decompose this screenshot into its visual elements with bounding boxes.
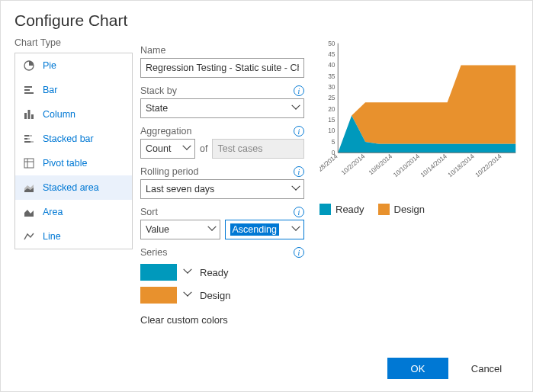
svg-rect-11 xyxy=(24,141,31,143)
svg-text:10/22/2014: 10/22/2014 xyxy=(474,153,503,179)
legend-swatch xyxy=(378,204,390,215)
legend-item-design: Design xyxy=(378,204,425,215)
svg-rect-10 xyxy=(27,138,30,140)
info-icon[interactable]: i xyxy=(294,166,304,177)
aggregation-value: Count xyxy=(146,143,171,154)
legend-swatch xyxy=(319,204,331,215)
svg-text:10/18/2014: 10/18/2014 xyxy=(446,153,476,179)
pie-icon xyxy=(23,59,35,72)
series-name: Design xyxy=(200,290,230,301)
line-icon xyxy=(23,230,35,243)
stackby-label: Stack by xyxy=(140,85,177,96)
svg-rect-8 xyxy=(29,135,32,137)
chart-type-stacked-bar[interactable]: Stacked bar xyxy=(15,127,132,151)
svg-text:20: 20 xyxy=(328,105,336,113)
info-icon[interactable]: i xyxy=(294,126,304,137)
svg-text:25: 25 xyxy=(328,94,336,101)
chart-type-label-text: Stacked bar xyxy=(43,133,94,144)
svg-text:15: 15 xyxy=(328,116,336,124)
svg-rect-4 xyxy=(24,113,27,119)
rolling-select[interactable]: Last seven days xyxy=(140,179,304,199)
svg-text:50: 50 xyxy=(328,40,336,47)
sort-label: Sort xyxy=(140,207,158,217)
chart-type-column[interactable]: Column xyxy=(15,102,132,127)
svg-rect-2 xyxy=(24,89,30,91)
svg-text:30: 30 xyxy=(328,83,336,91)
ok-button[interactable]: OK xyxy=(387,358,448,379)
series-label: Series xyxy=(140,247,167,258)
chart-type-label-text: Pie xyxy=(43,60,56,71)
chart-type-line[interactable]: Line xyxy=(15,224,132,249)
name-input[interactable] xyxy=(140,58,304,78)
chart-type-label-text: Bar xyxy=(43,85,57,95)
column-icon xyxy=(23,108,35,120)
series-swatch xyxy=(140,287,177,304)
stacked-area-icon xyxy=(23,182,35,194)
sort-direction-select[interactable]: Ascending xyxy=(225,220,305,239)
svg-text:45: 45 xyxy=(328,50,336,58)
legend-label: Design xyxy=(394,204,425,215)
svg-rect-6 xyxy=(31,114,34,119)
rolling-label: Rolling period xyxy=(140,166,198,177)
chart-type-label-text: Pivot table xyxy=(43,158,87,169)
svg-text:5: 5 xyxy=(332,138,336,146)
svg-text:9/28/2014: 9/28/2014 xyxy=(319,153,339,177)
legend-item-ready: Ready xyxy=(319,204,364,215)
dialog-title: Configure Chart xyxy=(1,1,532,37)
chevron-down-icon[interactable] xyxy=(185,291,192,299)
svg-rect-5 xyxy=(28,110,31,119)
chart-type-stacked-area[interactable]: Stacked area xyxy=(15,175,132,200)
chevron-down-icon xyxy=(293,104,300,112)
series-item-ready: Ready xyxy=(140,264,304,281)
cancel-button[interactable]: Cancel xyxy=(456,358,517,379)
stackby-value: State xyxy=(146,103,168,114)
svg-rect-3 xyxy=(24,92,34,94)
chart-type-bar[interactable]: Bar xyxy=(15,78,132,102)
chart-type-area[interactable]: Area xyxy=(15,200,132,224)
svg-rect-13 xyxy=(24,159,34,168)
info-icon[interactable]: i xyxy=(294,247,304,258)
rolling-value: Last seven days xyxy=(146,184,214,194)
chart-type-label-text: Stacked area xyxy=(43,182,99,193)
svg-rect-9 xyxy=(24,138,27,140)
aggregation-of-field: Test cases xyxy=(212,139,304,159)
chevron-down-icon xyxy=(184,145,191,153)
chart-type-label: Chart Type xyxy=(14,37,133,48)
of-label: of xyxy=(200,143,207,154)
sort-field-value: Value xyxy=(146,224,169,235)
series-swatch xyxy=(140,264,177,281)
sort-direction-value: Ascending xyxy=(230,223,279,236)
bar-icon xyxy=(23,84,35,96)
chevron-down-icon[interactable] xyxy=(185,268,192,276)
chevron-down-icon xyxy=(293,226,300,233)
svg-text:10/6/2014: 10/6/2014 xyxy=(367,153,393,177)
sort-field-select[interactable]: Value xyxy=(140,220,220,239)
aggregation-select[interactable]: Count xyxy=(140,139,195,159)
aggregation-label: Aggregation xyxy=(140,126,191,137)
svg-text:10: 10 xyxy=(328,127,336,134)
chart-preview: 051015202530354045509/28/201410/2/201410… xyxy=(319,37,519,190)
svg-text:35: 35 xyxy=(328,72,336,80)
info-icon[interactable]: i xyxy=(294,85,304,96)
info-icon[interactable]: i xyxy=(294,207,304,217)
pivot-icon xyxy=(23,157,35,169)
svg-text:10/10/2014: 10/10/2014 xyxy=(392,153,422,179)
svg-rect-7 xyxy=(24,135,29,137)
series-name: Ready xyxy=(200,267,229,278)
chart-type-pivot-table[interactable]: Pivot table xyxy=(15,151,132,175)
chart-type-label-text: Area xyxy=(43,207,63,217)
chevron-down-icon xyxy=(293,185,300,193)
chart-type-pie[interactable]: Pie xyxy=(15,53,132,78)
svg-text:40: 40 xyxy=(328,61,336,69)
clear-custom-colors[interactable]: Clear custom colors xyxy=(140,314,304,326)
chart-type-list: Pie Bar Column Stacked bar Pivot table S… xyxy=(14,53,133,249)
series-item-design: Design xyxy=(140,287,304,304)
name-label: Name xyxy=(140,45,165,56)
chart-type-label-text: Line xyxy=(43,231,61,242)
svg-rect-12 xyxy=(31,141,34,143)
svg-text:10/14/2014: 10/14/2014 xyxy=(419,153,448,179)
stackby-select[interactable]: State xyxy=(140,98,304,118)
legend-label: Ready xyxy=(336,204,364,215)
chevron-down-icon xyxy=(209,226,217,233)
svg-rect-1 xyxy=(24,86,32,88)
